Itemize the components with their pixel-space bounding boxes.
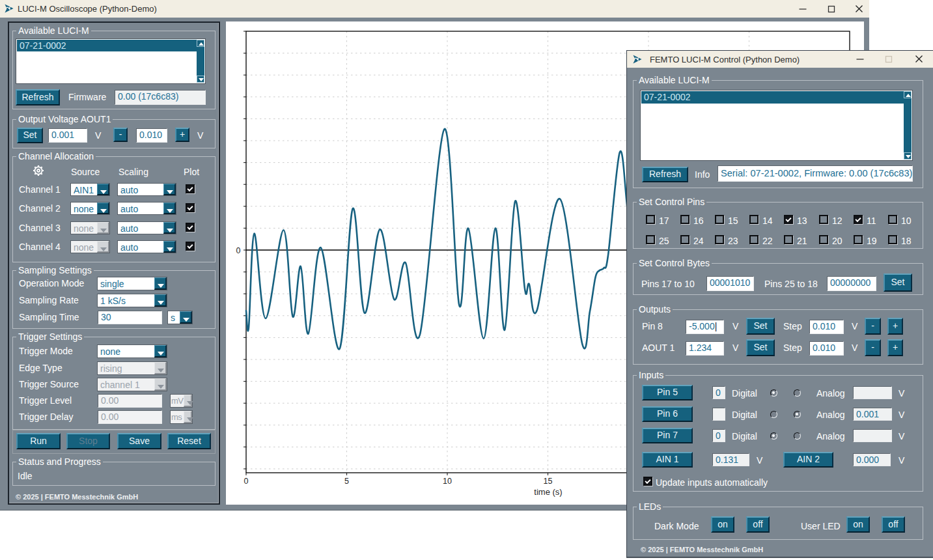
svg-text:time (s): time (s): [534, 487, 562, 497]
svg-text:0: 0: [244, 477, 249, 486]
svg-text:15: 15: [544, 477, 553, 486]
svg-text:5: 5: [344, 477, 349, 486]
svg-text:0: 0: [236, 246, 241, 255]
svg-text:10: 10: [443, 477, 452, 486]
